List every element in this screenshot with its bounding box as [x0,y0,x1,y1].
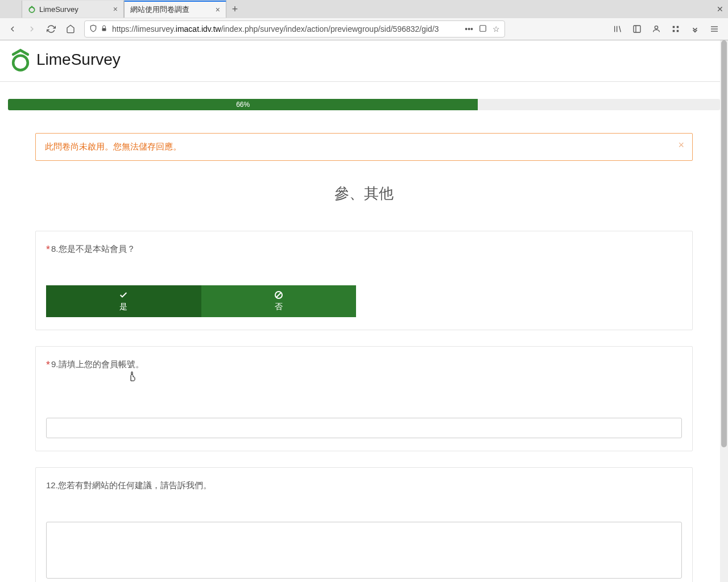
window-close-icon[interactable]: ✕ [717,5,723,14]
back-button[interactable] [5,21,20,37]
svg-point-5 [655,26,657,29]
svg-rect-2 [480,25,486,31]
reload-button[interactable] [43,21,59,37]
limesurvey-logo: LimeSurvey [8,47,720,72]
no-button[interactable]: 否 [201,285,357,317]
question-9: *9.請填上您的會員帳號。 [35,346,693,451]
page-viewport: LimeSurvey 66% 此問卷尚未啟用。您無法儲存回應。 × 參、其他 *… [0,40,728,582]
yes-no-group: 是 否 [46,285,356,317]
scrollbar-thumb[interactable] [721,40,727,447]
library-icon[interactable] [611,22,624,36]
svg-point-13 [13,56,28,70]
limesurvey-logo-icon [8,47,33,72]
alert-text: 此問卷尚未啟用。您無法儲存回應。 [45,142,181,151]
tab-bar: LimeSurvey × 網站使用問卷調查 × + ✕ [0,0,728,18]
yes-button[interactable]: 是 [46,285,201,317]
account-input[interactable] [46,418,682,438]
question-8: *8.您是不是本站會員？ 是 否 [35,231,693,330]
page-actions-icon[interactable]: ••• [465,24,473,34]
svg-rect-9 [677,30,679,32]
bookmark-star-icon[interactable]: ☆ [493,24,500,34]
alert-close-icon[interactable]: × [678,139,684,151]
svg-rect-3 [634,26,640,32]
shield-icon [89,24,97,34]
browser-chrome: LimeSurvey × 網站使用問卷調查 × + ✕ [0,0,728,40]
question-12: 12.您若有對網站的任何建議，請告訴我們。 [35,467,693,582]
sidebar-icon[interactable] [630,22,644,36]
suggestion-textarea[interactable] [46,522,682,579]
reader-icon[interactable] [479,24,487,34]
tab-close-icon[interactable]: × [113,5,118,14]
scrollbar[interactable] [720,40,728,582]
overflow-icon[interactable] [688,22,702,36]
home-button[interactable] [63,21,78,37]
account-icon[interactable] [650,22,663,36]
menu-icon[interactable] [708,22,721,36]
question-title: 12.您若有對網站的任何建議，請告訴我們。 [46,480,682,491]
question-title: *9.請填上您的會員帳號。 [46,359,682,371]
lock-icon [101,24,107,34]
question-title: *8.您是不是本站會員？ [46,244,682,256]
tab-close-icon[interactable]: × [216,5,220,14]
svg-rect-6 [673,26,675,28]
warning-alert: 此問卷尚未啟用。您無法儲存回應。 × [35,133,693,161]
yes-label: 是 [119,302,127,312]
nav-bar: https://limesurvey.imacat.idv.tw/index.p… [0,18,728,40]
ban-icon [274,290,283,300]
logo-text: LimeSurvey [36,51,121,69]
tab-title: 網站使用問卷調查 [130,5,212,15]
required-star-icon: * [46,244,50,255]
forward-button[interactable] [24,21,40,37]
svg-rect-8 [673,30,675,32]
svg-rect-1 [102,28,106,31]
url-text: https://limesurvey.imacat.idv.tw/index.p… [112,24,460,34]
toolbar-right [611,22,723,36]
no-label: 否 [275,302,283,312]
progress-bar: 66% [8,99,720,110]
tab-limesurvey[interactable]: LimeSurvey × [22,1,124,18]
page-header: LimeSurvey [0,40,728,82]
svg-line-15 [276,293,281,297]
svg-rect-7 [677,26,679,28]
check-icon [119,290,128,300]
section-title: 參、其他 [8,184,720,203]
tab-survey[interactable]: 網站使用問卷調查 × [124,1,226,18]
new-tab-button[interactable]: + [226,3,243,15]
limesurvey-favicon [28,5,36,13]
tab-title: LimeSurvey [39,5,110,14]
apps-icon[interactable] [669,22,682,36]
progress-fill: 66% [8,99,478,110]
url-bar[interactable]: https://limesurvey.imacat.idv.tw/index.p… [84,20,505,38]
required-star-icon: * [46,359,50,371]
survey-content: 66% 此問卷尚未啟用。您無法儲存回應。 × 參、其他 *8.您是不是本站會員？… [0,82,728,582]
